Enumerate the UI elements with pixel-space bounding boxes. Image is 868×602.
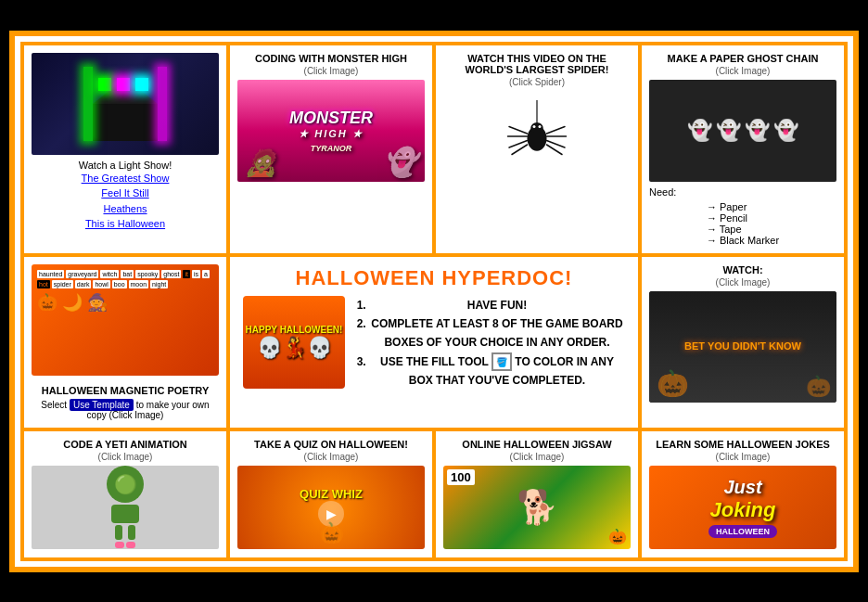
ghost1: 👻: [687, 119, 712, 143]
lightshow-label: Watch a Light Show!: [79, 160, 172, 171]
poetry-image[interactable]: haunted graveyard witch bat spooky ghost…: [32, 264, 219, 376]
cell-light-show[interactable]: Watch a Light Show! The Greatest Show Fe…: [22, 44, 228, 255]
svg-line-9: [547, 126, 566, 134]
yeti-subtitle: (Click Image): [98, 452, 153, 462]
pumpkin-quiz: 🎃: [319, 521, 344, 545]
monster-high-title: CODING WITH MONSTER HIGH: [255, 53, 407, 64]
cell-ghost-chain[interactable]: MAKE A PAPER GHOST CHAIN (Click Image) 👻…: [640, 44, 846, 255]
spider-image[interactable]: [443, 91, 631, 193]
watch-image[interactable]: 🎃 🎃 BET YOU DIDN'T KNOW: [649, 291, 836, 403]
hyperdoc-content: HAPPY HALLOWEEN! 💀💃💀 HAVE FUN! COMPLETE …: [243, 296, 625, 391]
jigsaw-image[interactable]: 100 🐕 🎃: [443, 466, 631, 549]
joking-label: Joking: [710, 498, 776, 522]
link-feel-it-still[interactable]: Feel It Still: [82, 186, 170, 201]
lightshow-links: The Greatest Show Feel It Still Heathens…: [82, 171, 170, 232]
skeleton-icons: 💀💃💀: [257, 336, 332, 360]
jigsaw-title: ONLINE HALLOWEEN JIGSAW: [462, 439, 611, 450]
dog-emoji: 🐕: [517, 488, 558, 527]
cell-poetry[interactable]: haunted graveyard witch bat spooky ghost…: [22, 255, 228, 429]
monster-high-logo: MONSTER: [289, 109, 373, 128]
cell-watch[interactable]: WATCH: (Click Image) 🎃 🎃 BET YOU DIDN'T …: [640, 255, 846, 429]
poetry-desc: Select Use Template to make your own cop…: [32, 400, 219, 420]
poetry-words: haunted graveyard witch bat spooky ghost…: [37, 270, 213, 288]
pumpkin-right: 🎃: [806, 375, 831, 399]
joking-subtitle: (Click Image): [716, 452, 771, 462]
yeti-head: 🟢: [107, 466, 144, 503]
jigsaw-subtitle: (Click Image): [510, 452, 565, 462]
need-item-paper: Paper: [707, 201, 779, 212]
watch-title: WATCH:: [722, 264, 762, 275]
lightshow-image[interactable]: [32, 53, 219, 155]
yeti-body: [111, 505, 139, 523]
joking-image[interactable]: Just Joking HALLOWEEN: [649, 466, 836, 549]
ghost2: 👻: [716, 119, 741, 143]
need-item-marker: Black Marker: [707, 235, 779, 246]
svg-point-4: [539, 125, 542, 128]
poetry-title: HALLOWEEN MAGNETIC POETRY: [42, 381, 209, 398]
watch-subtitle: (Click Image): [716, 277, 771, 288]
spider-title: WATCH THIS VIDEO ON THE WORLD'S LARGEST …: [443, 53, 631, 75]
ghost-chain-image[interactable]: 👻 👻 👻 👻: [649, 80, 836, 182]
cell-quiz[interactable]: TAKE A QUIZ ON HALLOWEEN! (Click Image) …: [228, 429, 434, 559]
hyperdoc-title: HALLOWEEN HYPERDOC!: [243, 266, 625, 290]
monster-sub: TYRANOR: [311, 144, 352, 153]
fill-tool-icon: 🪣: [491, 352, 512, 371]
instruction-1: HAVE FUN!: [369, 296, 625, 314]
yeti-legs: [115, 525, 135, 540]
monster-high-logo2: ★ HIGH ★: [299, 128, 364, 140]
need-list: Paper Pencil Tape Black Marker: [707, 201, 779, 246]
cell-jigsaw[interactable]: ONLINE HALLOWEEN JIGSAW (Click Image) 10…: [434, 429, 640, 559]
ghost-chain-title: MAKE A PAPER GHOST CHAIN: [668, 53, 819, 64]
quiz-title: TAKE A QUIZ ON HALLOWEEN!: [254, 439, 408, 450]
watch-bg: 🎃 🎃 BET YOU DIDN'T KNOW: [649, 291, 836, 403]
need-label: Need:: [649, 186, 836, 198]
halloween-badge: HALLOWEEN: [708, 525, 777, 538]
pumpkin-watch-text: BET YOU DIDN'T KNOW: [677, 332, 809, 360]
spider-subtitle: (Click Spider): [509, 77, 565, 87]
happy-halloween-image[interactable]: HAPPY HALLOWEEN! 💀💃💀: [243, 296, 345, 389]
monster-high-subtitle: (Click Image): [304, 66, 359, 76]
pumpkin-jigsaw: 🎃: [608, 528, 627, 545]
link-greatest-show[interactable]: The Greatest Show: [82, 171, 170, 186]
quiz-logo: QUIZ WHIZ: [300, 487, 363, 501]
cell-joking[interactable]: LEARN SOME HALLOWEEN JOKES (Click Image)…: [640, 429, 846, 559]
page-container: Watch a Light Show! The Greatest Show Fe…: [9, 31, 859, 572]
jigsaw-num: 100: [447, 469, 475, 485]
monster-high-image[interactable]: MONSTER ★ HIGH ★ TYRANOR 👻 🧟: [237, 80, 425, 182]
instruction-3: USE THE FILL TOOL 🪣 TO COLOR IN ANY BOX …: [369, 352, 625, 391]
joking-title: LEARN SOME HALLOWEEN JOKES: [656, 439, 830, 450]
quiz-subtitle: (Click Image): [304, 452, 359, 462]
spider-svg: [500, 100, 574, 184]
pumpkin-left: 🎃: [657, 368, 689, 399]
yeti-image[interactable]: 🟢: [32, 466, 219, 549]
just-label: Just: [723, 477, 761, 498]
quiz-image[interactable]: QUIZ WHIZ ▶ 🎃: [237, 466, 425, 549]
need-item-pencil: Pencil: [707, 212, 779, 224]
main-grid: Watch a Light Show! The Greatest Show Fe…: [20, 42, 848, 561]
yeti-figure: 🟢: [107, 466, 144, 548]
link-this-is-halloween[interactable]: This is Halloween: [82, 216, 170, 232]
cell-yeti[interactable]: CODE A YETI ANIMATION (Click Image) 🟢: [22, 429, 228, 559]
cell-spider[interactable]: WATCH THIS VIDEO ON THE WORLD'S LARGEST …: [434, 44, 640, 255]
instruction-2: COMPLETE AT LEAST 8 OF THE GAME BOARD BO…: [369, 314, 625, 352]
cell-hyperdoc: HALLOWEEN HYPERDOC! HAPPY HALLOWEEN! 💀💃💀…: [228, 255, 640, 429]
poetry-silhouette: 🎃 🌙 🧙: [37, 292, 108, 313]
yeti-title: CODE A YETI ANIMATION: [63, 439, 186, 450]
ghost3: 👻: [745, 119, 770, 143]
link-heathens[interactable]: Heathens: [82, 201, 170, 217]
cell-monster-high[interactable]: CODING WITH MONSTER HIGH (Click Image) M…: [228, 44, 434, 255]
need-item-tape: Tape: [707, 224, 779, 235]
yeti-feet: [115, 542, 135, 548]
svg-point-2: [530, 122, 543, 134]
svg-line-5: [509, 126, 528, 134]
instructions: HAVE FUN! COMPLETE AT LEAST 8 OF THE GAM…: [354, 296, 625, 391]
svg-point-3: [533, 125, 536, 128]
ghost-chain-subtitle: (Click Image): [716, 66, 771, 76]
ghost4: 👻: [773, 119, 798, 143]
happy-text: HAPPY HALLOWEEN!: [246, 325, 343, 336]
